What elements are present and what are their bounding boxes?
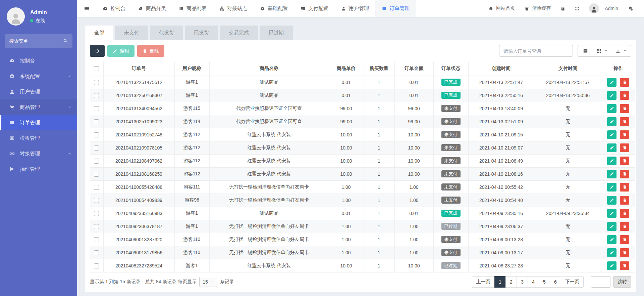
row-edit-button[interactable] <box>607 117 616 126</box>
row-delete-button[interactable] <box>620 209 629 218</box>
row-checkbox[interactable] <box>94 119 99 124</box>
navbar-item[interactable]: 对接站点 <box>213 0 254 17</box>
row-checkbox[interactable] <box>94 185 99 190</box>
row-edit-button[interactable] <box>607 157 616 165</box>
status-tab[interactable]: 交易完成 <box>220 26 258 40</box>
row-checkbox[interactable] <box>94 132 99 137</box>
row-edit-button[interactable] <box>607 222 616 231</box>
navbar-item[interactable]: 商品分类 <box>132 0 172 17</box>
menu-search-input[interactable] <box>5 34 72 48</box>
order-search-input[interactable] <box>499 45 573 57</box>
actions-cell <box>602 259 635 272</box>
row-delete-button[interactable] <box>620 261 629 270</box>
admin-menu[interactable]: Admin <box>584 0 623 17</box>
row-checkbox[interactable] <box>94 80 99 85</box>
columns-dropdown-button[interactable] <box>593 45 612 57</box>
row-checkbox[interactable] <box>94 250 99 255</box>
navbar-item[interactable]: 支付配置 <box>294 0 335 17</box>
row-delete-button[interactable] <box>620 248 629 257</box>
navbar-item[interactable]: 订单管理 <box>375 0 416 17</box>
row-delete-button[interactable] <box>620 183 629 192</box>
delete-button[interactable]: 删除 <box>137 45 164 57</box>
row-edit-button[interactable] <box>607 143 616 152</box>
row-checkbox[interactable] <box>94 211 99 216</box>
row-delete-button[interactable] <box>620 143 629 152</box>
row-delete-button[interactable] <box>620 157 629 165</box>
row-delete-button[interactable] <box>620 196 629 205</box>
page-button[interactable]: 5 <box>539 276 550 288</box>
page-jump-button[interactable]: 跳转 <box>613 276 631 288</box>
row-delete-button[interactable] <box>620 130 629 139</box>
detail-view-button[interactable] <box>578 45 593 57</box>
page-button[interactable]: 1 <box>494 276 506 288</box>
status-tab[interactable]: 已发货 <box>185 26 218 40</box>
row-delete-button[interactable] <box>620 222 629 231</box>
orders-panel: 编辑 删除 <box>85 40 636 292</box>
row-delete-button[interactable] <box>620 235 629 244</box>
sidebar-item[interactable]: 订单管理 <box>0 115 77 130</box>
row-checkbox[interactable] <box>94 145 99 151</box>
sidebar-item[interactable]: 系统配置 <box>0 69 77 84</box>
navbar-item[interactable]: 控制台 <box>96 0 132 17</box>
row-checkbox[interactable] <box>94 237 99 242</box>
status-tab[interactable]: 已过期 <box>260 26 293 40</box>
sidebar-item[interactable]: 插件管理 <box>0 161 77 177</box>
menu-toggle-button[interactable] <box>77 0 96 17</box>
site-home-button[interactable]: 网站首页 <box>484 0 520 17</box>
page-button[interactable]: 2 <box>505 276 517 288</box>
navbar-item[interactable]: 商品列表 <box>172 0 213 17</box>
row-checkbox[interactable] <box>94 198 99 203</box>
status-badge: 未支付 <box>441 131 461 138</box>
row-checkbox[interactable] <box>94 172 99 177</box>
settings-button[interactable] <box>623 0 638 17</box>
row-edit-button[interactable] <box>607 261 616 270</box>
row-edit-button[interactable] <box>607 235 616 244</box>
row-edit-button[interactable] <box>607 209 616 218</box>
page-button[interactable]: 6 <box>550 276 561 288</box>
fullscreen-button[interactable] <box>570 0 584 17</box>
row-delete-button[interactable] <box>620 170 629 178</box>
navbar-item[interactable]: 用户管理 <box>335 0 375 17</box>
row-edit-button[interactable] <box>607 104 616 113</box>
page-button[interactable]: 4 <box>528 276 539 288</box>
row-edit-button[interactable] <box>607 78 616 87</box>
row-checkbox[interactable] <box>94 159 99 164</box>
row-delete-button[interactable] <box>620 91 629 100</box>
sidebar-item[interactable]: 模板管理 <box>0 130 77 146</box>
trash-icon <box>623 159 627 163</box>
sidebar-item[interactable]: 控制台 <box>0 53 77 69</box>
edit-button[interactable]: 编辑 <box>107 45 135 57</box>
status-tab[interactable]: 未支付 <box>115 26 148 40</box>
sidebar-item[interactable]: 用户管理 <box>0 84 77 99</box>
row-delete-button[interactable] <box>620 117 629 126</box>
page-button[interactable]: 下一页 <box>561 276 584 288</box>
translate-button[interactable] <box>555 0 570 17</box>
navbar-item[interactable]: 基础配置 <box>254 0 294 17</box>
row-edit-button[interactable] <box>607 248 616 257</box>
status-tab[interactable]: 代发货 <box>150 26 183 40</box>
page-size-select[interactable]: 15 <box>199 277 217 287</box>
row-checkbox[interactable] <box>94 224 99 229</box>
select-all-checkbox[interactable] <box>94 66 99 71</box>
row-edit-button[interactable] <box>607 170 616 178</box>
row-edit-button[interactable] <box>607 91 616 100</box>
page-button[interactable]: 上一页 <box>472 276 495 288</box>
export-dropdown-button[interactable] <box>612 45 631 57</box>
quantity-cell: 1 <box>364 115 394 128</box>
refresh-button[interactable] <box>90 45 105 57</box>
row-delete-button[interactable] <box>620 104 629 113</box>
row-edit-button[interactable] <box>607 196 616 205</box>
row-checkbox[interactable] <box>94 263 99 268</box>
row-edit-button[interactable] <box>607 130 616 139</box>
sidebar-item[interactable]: 对接管理 <box>0 146 77 161</box>
page-button[interactable]: 3 <box>517 276 528 288</box>
row-checkbox[interactable] <box>94 106 99 111</box>
row-delete-button[interactable] <box>620 78 629 87</box>
row-checkbox[interactable] <box>94 93 99 98</box>
row-edit-button[interactable] <box>607 183 616 192</box>
status-tab[interactable]: 全部 <box>85 26 113 40</box>
sidebar-item[interactable]: 商品管理 <box>0 99 77 115</box>
page-jump-input[interactable] <box>591 276 610 288</box>
clear-cache-button[interactable]: 清除缓存 <box>520 0 555 17</box>
quantity-cell: 1 <box>364 246 394 259</box>
